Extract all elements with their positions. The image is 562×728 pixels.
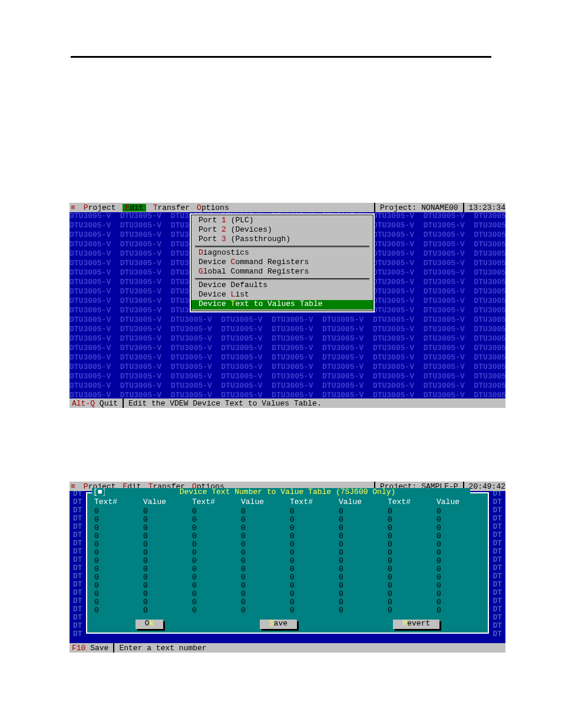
text-number-cell[interactable]: 0 [94, 590, 141, 598]
value-cell[interactable]: 0 [437, 574, 483, 582]
value-cell[interactable]: 0 [437, 516, 483, 524]
value-cell[interactable]: 0 [339, 565, 385, 574]
value-cell[interactable]: 0 [339, 524, 385, 532]
value-cell[interactable]: 0 [143, 607, 190, 615]
value-cell[interactable]: 0 [241, 582, 287, 590]
text-number-cell[interactable]: 0 [94, 598, 141, 607]
text-number-cell[interactable]: 0 [192, 598, 239, 607]
value-cell[interactable]: 0 [339, 541, 385, 549]
value-cell[interactable]: 0 [241, 598, 287, 607]
text-number-cell[interactable]: 0 [290, 598, 336, 607]
text-number-cell[interactable]: 0 [388, 516, 434, 524]
ok-button[interactable]: Ok [135, 620, 164, 629]
system-menu-icon[interactable]: ≡ [70, 204, 77, 212]
value-cell[interactable]: 0 [143, 524, 190, 532]
menu-ptions[interactable]: Options [197, 204, 229, 212]
menu-bar[interactable]: ≡ ProjectEditTransferOptions Project: NO… [70, 203, 505, 212]
value-cell[interactable]: 0 [339, 549, 385, 557]
text-number-cell[interactable]: 0 [388, 607, 434, 615]
text-number-cell[interactable]: 0 [192, 541, 239, 549]
value-cell[interactable]: 0 [241, 524, 287, 532]
save-button[interactable]: Save [260, 620, 297, 629]
value-cell[interactable]: 0 [437, 607, 483, 615]
value-cell[interactable]: 0 [241, 532, 287, 541]
text-number-cell[interactable]: 0 [290, 574, 336, 582]
text-number-cell[interactable]: 0 [388, 549, 434, 557]
value-cell[interactable]: 0 [437, 582, 483, 590]
menu-dit[interactable]: Edit [123, 204, 146, 212]
text-number-cell[interactable]: 0 [192, 508, 239, 516]
menu-item[interactable]: Device Defaults [191, 281, 373, 291]
text-number-cell[interactable]: 0 [94, 508, 141, 516]
menu-roject[interactable]: Project [84, 204, 116, 212]
text-number-cell[interactable]: 0 [192, 549, 239, 557]
text-number-cell[interactable]: 0 [94, 607, 141, 615]
text-number-cell[interactable]: 0 [388, 590, 434, 598]
value-cell[interactable]: 0 [339, 532, 385, 541]
value-cell[interactable]: 0 [339, 582, 385, 590]
text-number-cell[interactable]: 0 [290, 607, 336, 615]
value-cell[interactable]: 0 [241, 549, 287, 557]
text-number-cell[interactable]: 0 [94, 541, 141, 549]
text-number-cell[interactable]: 0 [192, 532, 239, 541]
text-number-cell[interactable]: 0 [388, 541, 434, 549]
text-number-cell[interactable]: 0 [94, 549, 141, 557]
value-cell[interactable]: 0 [437, 532, 483, 541]
value-cell[interactable]: 0 [339, 598, 385, 607]
text-number-cell[interactable]: 0 [192, 565, 239, 574]
text-number-cell[interactable]: 0 [388, 532, 434, 541]
value-cell[interactable]: 0 [143, 516, 190, 524]
value-cell[interactable]: 0 [143, 574, 190, 582]
value-cell[interactable]: 0 [143, 557, 190, 565]
menu-item[interactable]: Port 3 (Passthrough) [191, 235, 373, 245]
value-cell[interactable]: 0 [437, 598, 483, 607]
value-cell[interactable]: 0 [143, 532, 190, 541]
value-cell[interactable]: 0 [437, 508, 483, 516]
text-number-cell[interactable]: 0 [192, 574, 239, 582]
menu-item[interactable]: Port 1 (PLC) [191, 216, 373, 226]
text-number-cell[interactable]: 0 [290, 557, 336, 565]
value-cell[interactable]: 0 [143, 549, 190, 557]
text-number-cell[interactable]: 0 [192, 516, 239, 524]
value-cell[interactable]: 0 [339, 508, 385, 516]
system-menu-icon[interactable]: ≡ [70, 483, 77, 490]
menu-ransfer[interactable]: Transfer [153, 204, 190, 212]
text-number-cell[interactable]: 0 [192, 557, 239, 565]
value-cell[interactable]: 0 [339, 557, 385, 565]
text-number-cell[interactable]: 0 [388, 574, 434, 582]
menu-item[interactable]: Global Command Registers [191, 268, 373, 277]
text-number-cell[interactable]: 0 [94, 565, 141, 574]
text-number-cell[interactable]: 0 [388, 582, 434, 590]
text-number-cell[interactable]: 0 [290, 582, 336, 590]
value-cell[interactable]: 0 [241, 607, 287, 615]
value-cell[interactable]: 0 [437, 565, 483, 574]
value-cell[interactable]: 0 [437, 590, 483, 598]
text-number-cell[interactable]: 0 [290, 541, 336, 549]
text-number-cell[interactable]: 0 [388, 565, 434, 574]
text-number-cell[interactable]: 0 [290, 524, 336, 532]
value-cell[interactable]: 0 [437, 541, 483, 549]
value-cell[interactable]: 0 [339, 516, 385, 524]
text-number-cell[interactable]: 0 [388, 598, 434, 607]
text-number-cell[interactable]: 0 [94, 582, 141, 590]
text-number-cell[interactable]: 0 [290, 590, 336, 598]
text-number-cell[interactable]: 0 [192, 607, 239, 615]
value-cell[interactable]: 0 [437, 549, 483, 557]
value-cell[interactable]: 0 [241, 557, 287, 565]
value-cell[interactable]: 0 [143, 598, 190, 607]
text-number-cell[interactable]: 0 [192, 590, 239, 598]
value-cell[interactable]: 0 [143, 582, 190, 590]
text-number-cell[interactable]: 0 [94, 524, 141, 532]
text-number-cell[interactable]: 0 [290, 516, 336, 524]
menu-item[interactable]: Port 2 (Devices) [191, 226, 373, 235]
text-number-cell[interactable]: 0 [388, 557, 434, 565]
menu-item[interactable]: Device Text to Values Table [191, 300, 373, 309]
value-cell[interactable]: 0 [437, 557, 483, 565]
value-cell[interactable]: 0 [339, 574, 385, 582]
value-cell[interactable]: 0 [339, 607, 385, 615]
value-cell[interactable]: 0 [241, 574, 287, 582]
value-cell[interactable]: 0 [339, 590, 385, 598]
menu-item[interactable]: Device List [191, 291, 373, 300]
value-cell[interactable]: 0 [241, 565, 287, 574]
value-cell[interactable]: 0 [143, 590, 190, 598]
